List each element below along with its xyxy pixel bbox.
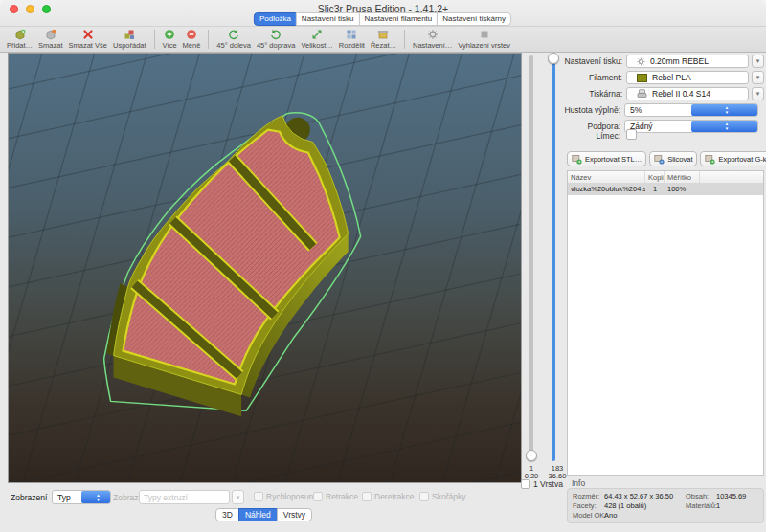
filament-color-swatch	[637, 74, 647, 82]
print-settings-dropdown-button[interactable]: ▾	[752, 55, 764, 68]
unretractions-checkbox-group: Deretrakce	[362, 492, 415, 501]
extrusion-types-dropdown-button[interactable]: ▾	[232, 490, 244, 504]
object-list-header: Název Kopií Měřítko	[568, 171, 763, 184]
slice-box-icon	[654, 154, 665, 165]
retractions-checkbox[interactable]	[313, 492, 323, 501]
travel-checkbox-group: Rychloposun	[254, 492, 313, 501]
info-section-title: Info	[572, 478, 585, 488]
brim-checkbox[interactable]	[626, 129, 637, 140]
filament-dropdown-button[interactable]: ▾	[752, 71, 764, 84]
retractions-checkbox-group: Retrakce	[313, 492, 358, 501]
one-layer-label: 1 Vrstva	[533, 479, 563, 489]
shells-checkbox[interactable]	[419, 492, 429, 501]
one-layer-checkbox[interactable]	[521, 479, 530, 489]
model-ok-value: Ano	[604, 511, 617, 520]
gear-icon	[427, 29, 439, 40]
first-layer-slider-handle[interactable]	[526, 450, 537, 461]
printer-combo[interactable]: Rebel II 0.4 S14	[626, 87, 749, 100]
scale-button[interactable]: Velikost…	[301, 29, 332, 50]
filament-label: Filament:	[555, 73, 622, 82]
support-select[interactable]: Žádný ▲▼	[624, 120, 758, 133]
rotate-right-button[interactable]: 45° doprava	[257, 29, 296, 50]
model-ok-label: Model OK:	[573, 511, 606, 520]
travel-checkbox[interactable]	[254, 492, 263, 501]
first-layer-slider[interactable]	[529, 55, 533, 461]
settings-button[interactable]: Nastavení…	[413, 29, 452, 50]
more-copies-button[interactable]: Více	[163, 29, 177, 50]
column-header-copies: Kopií	[645, 171, 665, 183]
add-cube-icon	[14, 29, 26, 40]
mode-tab-layers[interactable]: Vrstvy	[277, 508, 312, 521]
tab-nastaveni-tisku[interactable]: Nastavení tisku	[296, 12, 360, 26]
printer-value: Rebel II 0.4 S14	[652, 89, 710, 99]
tab-podlozka[interactable]: Podložka	[254, 12, 297, 26]
dimensions-value: 64.43 x 52.67 x 36.50	[604, 492, 673, 500]
view-mode-tab-bar: 3D Náhled Vrstvy	[216, 508, 312, 521]
dimensions-label: Rozměr:	[573, 492, 599, 500]
export-box-icon	[572, 154, 582, 165]
rotate-left-icon	[228, 29, 239, 40]
facets-label: Facety:	[573, 501, 597, 510]
brim-label: Límec:	[553, 131, 620, 141]
toolbar-separator	[154, 30, 155, 49]
column-header-name: Název	[568, 171, 645, 183]
infill-value: 5%	[625, 105, 691, 115]
one-layer-checkbox-group: 1 Vrstva	[521, 479, 563, 489]
scale-arrows-icon	[311, 29, 323, 40]
infill-select[interactable]: 5% ▲▼	[624, 103, 758, 117]
add-button[interactable]: Přidat…	[7, 29, 33, 50]
object-copies-cell: 1	[645, 184, 665, 195]
split-icon	[346, 29, 357, 40]
delete-button[interactable]: Smazat	[38, 29, 62, 50]
chevrons-icon: ▲▼	[81, 491, 110, 503]
mode-tab-preview[interactable]: Náhled	[238, 508, 278, 521]
column-header-scale: Měřítko	[665, 171, 700, 183]
tab-nastaveni-tiskarny[interactable]: Nastavení tiskárny	[437, 12, 511, 26]
export-box-icon	[705, 154, 715, 165]
arrange-button[interactable]: Uspořádat	[113, 29, 146, 50]
fewer-copies-button[interactable]: Méně	[183, 29, 201, 50]
view-mode-popup[interactable]: Typ ▲▼	[52, 490, 111, 504]
view-mode-label: Zobrazení	[11, 493, 47, 502]
filament-combo[interactable]: Rebel PLA	[626, 71, 749, 84]
shells-checkbox-group: Skořápky	[419, 492, 465, 501]
toolbar-separator	[404, 30, 405, 49]
3d-scene	[9, 54, 521, 482]
cut-icon	[377, 29, 389, 40]
red-minus-icon	[186, 29, 197, 40]
delete-cube-icon	[45, 29, 56, 40]
print-settings-value: 0.20mm REBEL	[650, 56, 709, 66]
export-gcode-button[interactable]: Exportovat G-kód…	[700, 151, 766, 166]
unretractions-checkbox[interactable]	[362, 492, 372, 501]
print-settings-combo[interactable]: 0.20mm REBEL	[626, 55, 749, 68]
printer-label: Tiskárna:	[555, 89, 622, 99]
layers-icon	[479, 29, 490, 40]
green-plus-icon	[164, 29, 175, 40]
infill-label: Hustota výplně:	[553, 105, 620, 115]
materials-value: 1	[716, 501, 720, 510]
cut-button[interactable]: Řezat…	[371, 29, 396, 50]
view-mode-value: Typ	[53, 493, 81, 502]
app-window: Slic3r Prusa Edition - 1.41.2+ Podložka …	[0, 0, 766, 532]
facets-value: 428 (1 obalů)	[604, 501, 646, 510]
3d-viewport[interactable]	[8, 53, 522, 483]
gear-small-icon	[637, 57, 645, 66]
tab-nastaveni-filamentu[interactable]: Nastavení filamentu	[359, 12, 439, 26]
slice-button[interactable]: Slicovat	[649, 151, 697, 166]
toolbar-separator	[208, 30, 209, 49]
printer-dropdown-button[interactable]: ▾	[752, 87, 764, 100]
split-button[interactable]: Rozdělit	[339, 29, 365, 50]
mode-tab-3d[interactable]: 3D	[215, 508, 239, 521]
delete-all-button[interactable]: Smazat Vše	[69, 29, 107, 50]
object-list-row[interactable]: vlozka%20obluk%204.stl 1 100%	[568, 184, 763, 195]
layer-smoothing-button[interactable]: Vyhlazení vrstev	[458, 29, 510, 50]
last-layer-slider[interactable]	[552, 55, 555, 461]
support-label: Podpora:	[553, 122, 620, 131]
rotate-right-icon	[270, 29, 282, 40]
rotate-left-button[interactable]: 45° doleva	[216, 29, 251, 50]
toolbar: Přidat… Smazat Smazat Vše Uspořádat Více…	[0, 27, 766, 53]
extrusion-types-input[interactable]	[139, 490, 230, 504]
print-settings-label: Nastavení tisku:	[555, 56, 622, 66]
export-stl-button[interactable]: Exportovat STL…	[567, 151, 646, 166]
materials-label: Materiálů:	[686, 501, 717, 510]
